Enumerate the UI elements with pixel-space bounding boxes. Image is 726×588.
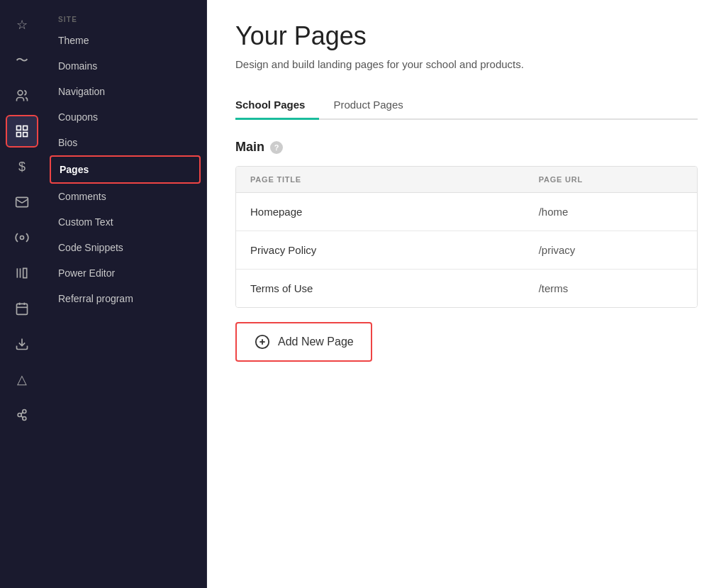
section-title: Main <box>235 140 264 155</box>
table-row[interactable]: Privacy Policy /privacy <box>236 231 697 270</box>
payments-icon[interactable]: $ <box>6 150 38 183</box>
section-heading: Main ? <box>235 140 698 155</box>
svg-rect-5 <box>16 197 28 206</box>
page-url-cell: /home <box>539 206 683 218</box>
tab-school-pages[interactable]: School Pages <box>235 91 319 120</box>
sidebar-item-bios[interactable]: Bios <box>44 130 206 155</box>
sidebar-item-coupons[interactable]: Coupons <box>44 104 206 130</box>
sidebar-item-comments[interactable]: Comments <box>44 184 206 209</box>
col-header-title: PAGE TITLE <box>250 175 539 184</box>
sidebar-item-domains[interactable]: Domains <box>44 53 206 79</box>
download-icon[interactable] <box>6 328 38 360</box>
sidebar-item-power-editor[interactable]: Power Editor <box>44 260 206 286</box>
delta-icon[interactable]: △ <box>6 363 38 396</box>
add-new-page-label: Add New Page <box>278 335 354 348</box>
tab-product-pages[interactable]: Product Pages <box>333 91 417 120</box>
sidebar-section-label: SITE <box>44 7 206 28</box>
add-new-page-button[interactable]: Add New Page <box>235 322 372 362</box>
sidebar-item-custom-text[interactable]: Custom Text <box>44 209 206 235</box>
text-sidebar: SITE Theme Domains Navigation Coupons Bi… <box>44 0 207 588</box>
page-url-cell: /privacy <box>539 244 683 256</box>
table-row[interactable]: Homepage /home <box>236 193 697 231</box>
svg-rect-3 <box>17 133 21 137</box>
sidebar-item-referral[interactable]: Referral program <box>44 286 206 311</box>
help-icon[interactable]: ? <box>270 141 283 154</box>
analytics-icon[interactable]: 〜 <box>6 44 38 77</box>
page-title: Your Pages <box>235 21 698 51</box>
table-row[interactable]: Terms of Use /terms <box>236 270 697 307</box>
page-title-cell: Privacy Policy <box>250 244 539 256</box>
svg-rect-9 <box>23 268 27 277</box>
users-icon[interactable] <box>6 79 38 112</box>
svg-rect-4 <box>23 133 28 137</box>
svg-point-0 <box>18 91 23 96</box>
library-icon[interactable] <box>6 257 38 289</box>
svg-line-18 <box>21 412 23 414</box>
pages-icon[interactable] <box>6 115 38 148</box>
integrations-icon[interactable] <box>6 399 38 431</box>
sidebar-item-theme[interactable]: Theme <box>44 28 206 53</box>
tab-bar: School Pages Product Pages <box>235 91 698 120</box>
col-header-url: PAGE URL <box>539 175 683 184</box>
page-title-cell: Terms of Use <box>250 282 539 294</box>
page-title-cell: Homepage <box>250 206 539 218</box>
sidebar-item-navigation[interactable]: Navigation <box>44 79 206 104</box>
add-circle-icon <box>254 333 271 350</box>
svg-line-19 <box>21 416 23 418</box>
sidebar-item-code-snippets[interactable]: Code Snippets <box>44 235 206 260</box>
star-icon[interactable]: ☆ <box>6 9 38 41</box>
page-subtitle: Design and build landing pages for your … <box>235 58 698 70</box>
svg-rect-1 <box>17 126 21 131</box>
settings-icon[interactable] <box>6 221 38 254</box>
sidebar-item-pages[interactable]: Pages <box>50 155 201 184</box>
pages-table: PAGE TITLE PAGE URL Homepage /home Priva… <box>235 166 698 308</box>
svg-point-6 <box>21 236 24 240</box>
page-url-cell: /terms <box>539 282 683 294</box>
svg-rect-10 <box>17 304 28 314</box>
calendar-icon[interactable] <box>6 292 38 325</box>
svg-rect-2 <box>23 126 28 131</box>
table-header: PAGE TITLE PAGE URL <box>236 167 697 193</box>
email-icon[interactable] <box>6 186 38 218</box>
main-content: Your Pages Design and build landing page… <box>207 0 726 588</box>
icon-sidebar: ☆ 〜 $ △ <box>0 0 44 588</box>
